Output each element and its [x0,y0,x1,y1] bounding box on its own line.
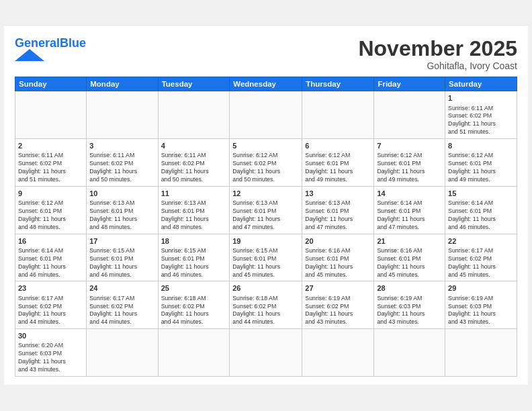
day-info: Sunrise: 6:15 AM Sunset: 6:01 PM Dayligh… [161,247,227,279]
day-info: Sunrise: 6:14 AM Sunset: 6:01 PM Dayligh… [18,247,83,279]
week-row-3: 9Sunrise: 6:12 AM Sunset: 6:01 PM Daylig… [15,186,517,234]
day-info: Sunrise: 6:12 AM Sunset: 6:01 PM Dayligh… [305,152,371,184]
title-block: November 2025 Gohitafla, Ivory Coast [358,37,517,71]
day-info: Sunrise: 6:11 AM Sunset: 6:02 PM Dayligh… [161,152,227,184]
day-cell: 9Sunrise: 6:12 AM Sunset: 6:01 PM Daylig… [15,186,87,234]
calendar-table: SundayMondayTuesdayWednesdayThursdayFrid… [15,77,517,377]
day-cell: 20Sunrise: 6:16 AM Sunset: 6:01 PM Dayli… [302,234,374,281]
day-cell: 8Sunrise: 6:12 AM Sunset: 6:01 PM Daylig… [445,139,517,187]
day-cell: 19Sunrise: 6:15 AM Sunset: 6:01 PM Dayli… [230,234,302,281]
day-cell: 21Sunrise: 6:16 AM Sunset: 6:01 PM Dayli… [374,234,445,281]
day-info: Sunrise: 6:13 AM Sunset: 6:01 PM Dayligh… [89,199,154,232]
day-info: Sunrise: 6:11 AM Sunset: 6:02 PM Dayligh… [18,152,83,184]
day-info: Sunrise: 6:18 AM Sunset: 6:02 PM Dayligh… [161,295,227,327]
day-number: 11 [161,189,227,198]
day-cell: 28Sunrise: 6:19 AM Sunset: 6:03 PM Dayli… [374,281,445,329]
day-number: 29 [448,283,514,293]
day-info: Sunrise: 6:12 AM Sunset: 6:02 PM Dayligh… [232,152,299,184]
week-row-4: 16Sunrise: 6:14 AM Sunset: 6:01 PM Dayli… [15,234,517,281]
day-number: 16 [18,236,83,246]
day-info: Sunrise: 6:13 AM Sunset: 6:01 PM Dayligh… [305,199,371,232]
weekday-sunday: Sunday [15,77,87,91]
page-header: GeneralBlue November 2025 Gohitafla, Ivo… [15,37,517,71]
weekday-wednesday: Wednesday [230,77,302,91]
day-number: 22 [448,236,514,246]
weekday-saturday: Saturday [445,77,517,91]
logo-icon [15,49,44,61]
day-info: Sunrise: 6:18 AM Sunset: 6:02 PM Dayligh… [232,295,299,327]
day-cell: 17Sunrise: 6:15 AM Sunset: 6:01 PM Dayli… [87,234,158,281]
day-cell: 25Sunrise: 6:18 AM Sunset: 6:02 PM Dayli… [158,281,230,329]
day-cell [158,329,230,377]
day-cell: 22Sunrise: 6:17 AM Sunset: 6:02 PM Dayli… [445,234,517,281]
weekday-monday: Monday [87,77,158,91]
day-info: Sunrise: 6:17 AM Sunset: 6:02 PM Dayligh… [89,295,154,327]
day-info: Sunrise: 6:16 AM Sunset: 6:01 PM Dayligh… [377,247,442,279]
day-number: 1 [448,93,514,103]
day-number: 17 [89,236,154,246]
day-number: 13 [305,189,371,198]
day-info: Sunrise: 6:12 AM Sunset: 6:01 PM Dayligh… [18,199,83,232]
day-cell [87,91,158,139]
day-cell: 6Sunrise: 6:12 AM Sunset: 6:01 PM Daylig… [302,139,374,187]
day-info: Sunrise: 6:20 AM Sunset: 6:03 PM Dayligh… [18,342,83,374]
day-info: Sunrise: 6:15 AM Sunset: 6:01 PM Dayligh… [89,247,154,279]
day-cell: 3Sunrise: 6:11 AM Sunset: 6:02 PM Daylig… [87,139,158,187]
day-cell [374,329,445,377]
day-info: Sunrise: 6:14 AM Sunset: 6:01 PM Dayligh… [377,199,442,232]
logo-general: General [15,36,60,50]
logo-blue: Blue [60,36,86,50]
day-number: 7 [377,141,442,150]
day-number: 9 [18,189,83,198]
day-info: Sunrise: 6:12 AM Sunset: 6:01 PM Dayligh… [448,152,514,184]
day-number: 4 [161,141,227,150]
day-info: Sunrise: 6:14 AM Sunset: 6:01 PM Dayligh… [448,199,514,232]
day-info: Sunrise: 6:17 AM Sunset: 6:02 PM Dayligh… [448,247,514,279]
day-number: 10 [89,189,154,198]
day-info: Sunrise: 6:17 AM Sunset: 6:02 PM Dayligh… [18,295,83,327]
logo-text: GeneralBlue [15,37,86,49]
day-info: Sunrise: 6:19 AM Sunset: 6:03 PM Dayligh… [377,295,442,327]
day-cell [374,91,445,139]
day-number: 2 [18,141,83,150]
day-info: Sunrise: 6:19 AM Sunset: 6:03 PM Dayligh… [448,295,514,327]
day-number: 5 [232,141,299,150]
day-number: 3 [89,141,154,150]
day-number: 26 [232,283,299,293]
day-cell: 15Sunrise: 6:14 AM Sunset: 6:01 PM Dayli… [445,186,517,234]
day-number: 19 [232,236,299,246]
week-row-6: 30Sunrise: 6:20 AM Sunset: 6:03 PM Dayli… [15,329,517,377]
weekday-header-row: SundayMondayTuesdayWednesdayThursdayFrid… [15,77,517,91]
day-cell: 13Sunrise: 6:13 AM Sunset: 6:01 PM Dayli… [302,186,374,234]
week-row-5: 23Sunrise: 6:17 AM Sunset: 6:02 PM Dayli… [15,281,517,329]
day-cell: 7Sunrise: 6:12 AM Sunset: 6:01 PM Daylig… [374,139,445,187]
day-number: 12 [232,189,299,198]
day-number: 25 [161,283,227,293]
week-row-2: 2Sunrise: 6:11 AM Sunset: 6:02 PM Daylig… [15,139,517,187]
day-number: 30 [18,331,83,340]
day-number: 14 [377,189,442,198]
day-cell [230,91,302,139]
day-cell: 5Sunrise: 6:12 AM Sunset: 6:02 PM Daylig… [230,139,302,187]
day-cell [445,329,517,377]
day-cell: 30Sunrise: 6:20 AM Sunset: 6:03 PM Dayli… [15,329,87,377]
day-info: Sunrise: 6:19 AM Sunset: 6:02 PM Dayligh… [305,295,371,327]
day-info: Sunrise: 6:11 AM Sunset: 6:02 PM Dayligh… [89,152,154,184]
day-cell [230,329,302,377]
day-number: 20 [305,236,371,246]
day-cell: 11Sunrise: 6:13 AM Sunset: 6:01 PM Dayli… [158,186,230,234]
day-cell: 16Sunrise: 6:14 AM Sunset: 6:01 PM Dayli… [15,234,87,281]
week-row-1: 1Sunrise: 6:11 AM Sunset: 6:02 PM Daylig… [15,91,517,139]
day-info: Sunrise: 6:15 AM Sunset: 6:01 PM Dayligh… [232,247,299,279]
day-number: 23 [18,283,83,293]
day-cell: 27Sunrise: 6:19 AM Sunset: 6:02 PM Dayli… [302,281,374,329]
weekday-thursday: Thursday [302,77,374,91]
day-info: Sunrise: 6:11 AM Sunset: 6:02 PM Dayligh… [448,105,514,137]
day-cell: 4Sunrise: 6:11 AM Sunset: 6:02 PM Daylig… [158,139,230,187]
svg-marker-0 [15,49,44,61]
day-number: 18 [161,236,227,246]
day-number: 24 [89,283,154,293]
logo: GeneralBlue [15,37,86,61]
day-cell: 29Sunrise: 6:19 AM Sunset: 6:03 PM Dayli… [445,281,517,329]
day-cell [158,91,230,139]
